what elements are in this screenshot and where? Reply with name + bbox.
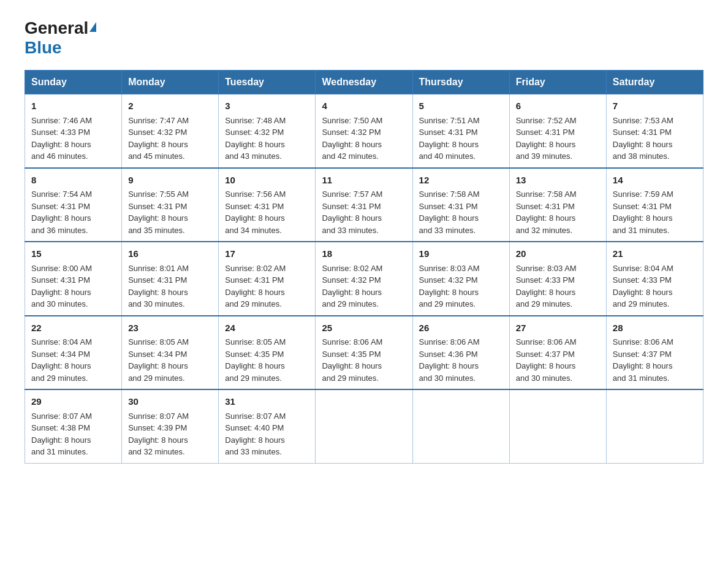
day-info: Sunrise: 8:05 AMSunset: 4:34 PMDaylight:… (128, 337, 189, 383)
day-number: 25 (322, 321, 406, 335)
day-number: 9 (128, 174, 212, 188)
day-info: Sunrise: 8:06 AMSunset: 4:35 PMDaylight:… (322, 337, 382, 383)
day-number: 18 (322, 247, 406, 261)
day-info: Sunrise: 7:57 AMSunset: 4:31 PMDaylight:… (322, 190, 382, 235)
day-number: 26 (419, 321, 503, 335)
calendar-cell: 6 Sunrise: 7:52 AMSunset: 4:31 PMDayligh… (509, 94, 606, 168)
day-info: Sunrise: 8:06 AMSunset: 4:36 PMDaylight:… (419, 337, 480, 383)
calendar-cell: 20 Sunrise: 8:03 AMSunset: 4:33 PMDaylig… (509, 242, 606, 316)
day-info: Sunrise: 7:59 AMSunset: 4:31 PMDaylight:… (613, 190, 673, 235)
day-info: Sunrise: 7:53 AMSunset: 4:31 PMDaylight:… (613, 116, 673, 161)
day-number: 1 (31, 99, 115, 113)
day-info: Sunrise: 8:07 AMSunset: 4:39 PMDaylight:… (128, 412, 189, 457)
day-number: 6 (516, 99, 600, 113)
calendar-week-row: 1 Sunrise: 7:46 AMSunset: 4:33 PMDayligh… (25, 94, 703, 168)
calendar-cell: 22 Sunrise: 8:04 AMSunset: 4:34 PMDaylig… (25, 316, 122, 390)
day-number: 19 (419, 247, 503, 261)
day-info: Sunrise: 7:48 AMSunset: 4:32 PMDaylight:… (225, 116, 286, 161)
day-info: Sunrise: 7:58 AMSunset: 4:31 PMDaylight:… (419, 190, 480, 235)
calendar-cell: 18 Sunrise: 8:02 AMSunset: 4:32 PMDaylig… (316, 242, 412, 316)
day-number: 8 (31, 174, 115, 188)
day-number: 17 (225, 247, 309, 261)
calendar-cell: 21 Sunrise: 8:04 AMSunset: 4:33 PMDaylig… (606, 242, 703, 316)
day-info: Sunrise: 8:02 AMSunset: 4:31 PMDaylight:… (225, 264, 286, 309)
day-number: 15 (31, 247, 115, 261)
day-number: 21 (613, 247, 697, 261)
day-info: Sunrise: 7:50 AMSunset: 4:32 PMDaylight:… (322, 116, 382, 161)
day-number: 31 (225, 395, 309, 409)
day-info: Sunrise: 8:07 AMSunset: 4:40 PMDaylight:… (225, 412, 286, 457)
day-number: 2 (128, 99, 212, 113)
calendar-cell: 29 Sunrise: 8:07 AMSunset: 4:38 PMDaylig… (25, 389, 122, 463)
calendar-cell: 19 Sunrise: 8:03 AMSunset: 4:32 PMDaylig… (412, 242, 509, 316)
calendar-cell: 30 Sunrise: 8:07 AMSunset: 4:39 PMDaylig… (122, 389, 219, 463)
calendar-cell: 1 Sunrise: 7:46 AMSunset: 4:33 PMDayligh… (25, 94, 122, 168)
calendar-week-row: 8 Sunrise: 7:54 AMSunset: 4:31 PMDayligh… (25, 168, 703, 242)
day-info: Sunrise: 8:03 AMSunset: 4:32 PMDaylight:… (419, 264, 480, 309)
weekday-header-sunday: Sunday (25, 71, 122, 94)
day-info: Sunrise: 8:00 AMSunset: 4:31 PMDaylight:… (31, 264, 92, 309)
day-number: 4 (322, 99, 406, 113)
calendar-cell: 17 Sunrise: 8:02 AMSunset: 4:31 PMDaylig… (219, 242, 316, 316)
weekday-header-wednesday: Wednesday (316, 71, 412, 94)
calendar-cell: 23 Sunrise: 8:05 AMSunset: 4:34 PMDaylig… (122, 316, 219, 390)
weekday-header-saturday: Saturday (606, 71, 703, 94)
weekday-header-thursday: Thursday (412, 71, 509, 94)
weekday-header-tuesday: Tuesday (219, 71, 316, 94)
calendar-cell: 7 Sunrise: 7:53 AMSunset: 4:31 PMDayligh… (606, 94, 703, 168)
calendar-cell: 25 Sunrise: 8:06 AMSunset: 4:35 PMDaylig… (316, 316, 412, 390)
day-info: Sunrise: 7:51 AMSunset: 4:31 PMDaylight:… (419, 116, 480, 161)
day-number: 23 (128, 321, 212, 335)
day-info: Sunrise: 8:06 AMSunset: 4:37 PMDaylight:… (516, 337, 577, 383)
page-header: General Blue (25, 18, 703, 58)
calendar-week-row: 29 Sunrise: 8:07 AMSunset: 4:38 PMDaylig… (25, 389, 703, 463)
calendar-header-row: SundayMondayTuesdayWednesdayThursdayFrid… (25, 71, 703, 94)
calendar-cell: 8 Sunrise: 7:54 AMSunset: 4:31 PMDayligh… (25, 168, 122, 242)
calendar-week-row: 15 Sunrise: 8:00 AMSunset: 4:31 PMDaylig… (25, 242, 703, 316)
day-number: 13 (516, 174, 600, 188)
calendar-cell: 9 Sunrise: 7:55 AMSunset: 4:31 PMDayligh… (122, 168, 219, 242)
calendar-cell: 14 Sunrise: 7:59 AMSunset: 4:31 PMDaylig… (606, 168, 703, 242)
day-info: Sunrise: 8:04 AMSunset: 4:33 PMDaylight:… (613, 264, 673, 309)
day-info: Sunrise: 7:47 AMSunset: 4:32 PMDaylight:… (128, 116, 189, 161)
logo: General Blue (25, 18, 96, 58)
day-number: 16 (128, 247, 212, 261)
calendar-cell: 27 Sunrise: 8:06 AMSunset: 4:37 PMDaylig… (509, 316, 606, 390)
calendar-cell (606, 389, 703, 463)
day-number: 12 (419, 174, 503, 188)
calendar-cell: 15 Sunrise: 8:00 AMSunset: 4:31 PMDaylig… (25, 242, 122, 316)
calendar-cell: 26 Sunrise: 8:06 AMSunset: 4:36 PMDaylig… (412, 316, 509, 390)
day-number: 3 (225, 99, 309, 113)
day-number: 22 (31, 321, 115, 335)
day-info: Sunrise: 8:03 AMSunset: 4:33 PMDaylight:… (516, 264, 577, 309)
calendar-cell (316, 389, 412, 463)
day-number: 5 (419, 99, 503, 113)
day-number: 14 (613, 174, 697, 188)
day-number: 11 (322, 174, 406, 188)
weekday-header-monday: Monday (122, 71, 219, 94)
calendar-cell: 16 Sunrise: 8:01 AMSunset: 4:31 PMDaylig… (122, 242, 219, 316)
day-number: 27 (516, 321, 600, 335)
day-info: Sunrise: 8:01 AMSunset: 4:31 PMDaylight:… (128, 264, 189, 309)
day-number: 28 (613, 321, 697, 335)
logo-blue-text: Blue (25, 38, 62, 57)
logo-general-text: General (25, 18, 88, 38)
calendar-cell (509, 389, 606, 463)
calendar-cell: 10 Sunrise: 7:56 AMSunset: 4:31 PMDaylig… (219, 168, 316, 242)
day-info: Sunrise: 7:56 AMSunset: 4:31 PMDaylight:… (225, 190, 286, 235)
calendar-cell: 5 Sunrise: 7:51 AMSunset: 4:31 PMDayligh… (412, 94, 509, 168)
day-info: Sunrise: 8:04 AMSunset: 4:34 PMDaylight:… (31, 337, 92, 383)
day-info: Sunrise: 8:02 AMSunset: 4:32 PMDaylight:… (322, 264, 382, 309)
day-info: Sunrise: 7:52 AMSunset: 4:31 PMDaylight:… (516, 116, 577, 161)
day-info: Sunrise: 7:58 AMSunset: 4:31 PMDaylight:… (516, 190, 577, 235)
calendar-cell (412, 389, 509, 463)
day-number: 24 (225, 321, 309, 335)
logo-triangle-icon (89, 22, 96, 32)
day-info: Sunrise: 7:55 AMSunset: 4:31 PMDaylight:… (128, 190, 189, 235)
calendar-cell: 11 Sunrise: 7:57 AMSunset: 4:31 PMDaylig… (316, 168, 412, 242)
calendar-cell: 12 Sunrise: 7:58 AMSunset: 4:31 PMDaylig… (412, 168, 509, 242)
weekday-header-friday: Friday (509, 71, 606, 94)
calendar-table: SundayMondayTuesdayWednesdayThursdayFrid… (25, 70, 703, 464)
day-info: Sunrise: 7:54 AMSunset: 4:31 PMDaylight:… (31, 190, 92, 235)
day-info: Sunrise: 8:06 AMSunset: 4:37 PMDaylight:… (613, 337, 673, 383)
